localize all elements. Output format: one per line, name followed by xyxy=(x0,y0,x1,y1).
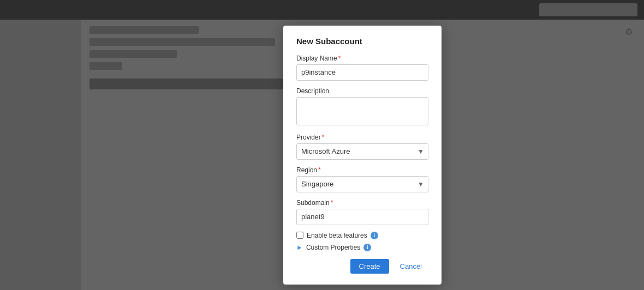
provider-label: Provider* xyxy=(296,134,428,141)
subdomain-required-star: * xyxy=(331,199,333,207)
modal-title: New Subaccount xyxy=(296,37,428,46)
content-area: ⚙ New Subaccount Display Name* D xyxy=(81,20,644,290)
provider-group: Provider* Microsoft Azure Amazon AWS Goo… xyxy=(296,134,428,160)
new-subaccount-modal: New Subaccount Display Name* Description xyxy=(283,26,442,285)
description-input[interactable] xyxy=(296,97,428,125)
display-name-label: Display Name* xyxy=(296,55,428,62)
provider-select[interactable]: Microsoft Azure Amazon AWS Google Cloud xyxy=(296,143,428,160)
region-required-star: * xyxy=(318,166,321,174)
region-select[interactable]: Singapore US East Europe West Asia Pacif… xyxy=(296,176,428,192)
custom-props-info-icon[interactable]: i xyxy=(363,244,371,251)
region-group: Region* Singapore US East Europe West As… xyxy=(296,166,428,192)
custom-props-chevron-icon[interactable]: ► xyxy=(296,244,303,251)
main-layout: ⚙ New Subaccount Display Name* D xyxy=(0,20,644,290)
provider-required-star: * xyxy=(322,134,325,141)
required-star: * xyxy=(338,55,341,62)
enable-beta-checkbox[interactable] xyxy=(296,232,303,239)
modal-overlay: New Subaccount Display Name* Description xyxy=(81,20,644,290)
enable-beta-row: Enable beta features i xyxy=(296,232,428,239)
subdomain-label: Subdomain* xyxy=(296,199,428,207)
provider-select-wrap: Microsoft Azure Amazon AWS Google Cloud … xyxy=(296,143,428,160)
custom-props-label: Custom Properties xyxy=(306,244,360,251)
cancel-button[interactable]: Cancel xyxy=(393,259,428,274)
subdomain-input[interactable] xyxy=(296,209,428,225)
modal-footer: Create Cancel xyxy=(296,259,428,274)
description-label: Description xyxy=(296,87,428,95)
nav-search[interactable] xyxy=(539,3,637,16)
create-button[interactable]: Create xyxy=(350,259,389,274)
description-group: Description xyxy=(296,87,428,127)
region-label: Region* xyxy=(296,166,428,174)
top-navbar xyxy=(0,0,644,20)
display-name-group: Display Name* xyxy=(296,55,428,81)
custom-properties-row: ► Custom Properties i xyxy=(296,244,428,251)
subdomain-group: Subdomain* xyxy=(296,199,428,225)
display-name-input[interactable] xyxy=(296,64,428,81)
enable-beta-info-icon[interactable]: i xyxy=(371,232,378,239)
enable-beta-label: Enable beta features xyxy=(307,232,367,239)
region-select-wrap: Singapore US East Europe West Asia Pacif… xyxy=(296,176,428,192)
sidebar xyxy=(0,20,81,290)
